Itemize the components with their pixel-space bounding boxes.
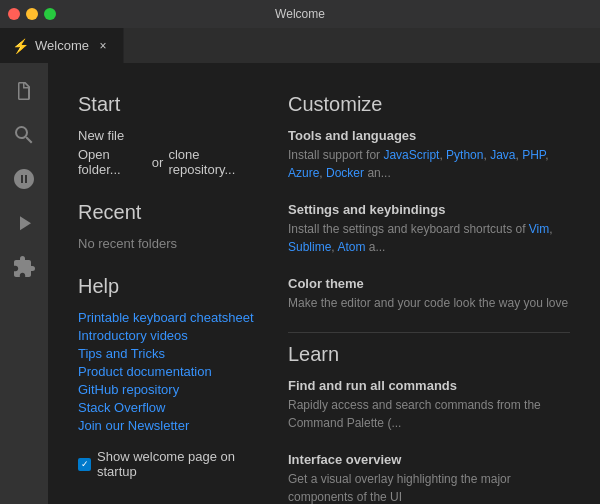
content-area: Start New file Open folder... or clone r… [48,63,600,504]
open-folder-row: Open folder... or clone repository... [78,147,258,177]
new-file-link[interactable]: New file [78,128,124,143]
no-recent: No recent folders [78,236,258,251]
activity-item-git[interactable] [4,159,44,199]
right-panel: Customize Tools and languages Install su… [288,93,570,484]
welcome-tab[interactable]: ⚡ Welcome × [0,28,124,63]
java-link[interactable]: Java [490,148,515,162]
tab-close-button[interactable]: × [95,38,111,54]
recent-title: Recent [78,201,258,224]
start-section: Start New file Open folder... or clone r… [78,93,258,177]
learn-item-1: Interface overview Get a visual overlay … [288,452,570,504]
customize-item-title-2: Color theme [288,276,570,291]
learn-item-desc-1: Get a visual overlay highlighting the ma… [288,470,570,504]
activity-item-explorer[interactable] [4,71,44,111]
customize-item-desc-2: Make the editor and your code look the w… [288,294,570,312]
customize-item-0: Tools and languages Install support for … [288,128,570,182]
vscode-icon: ⚡ [12,38,29,54]
startup-checkbox-row[interactable]: Show welcome page on startup [78,449,258,479]
help-link-4[interactable]: GitHub repository [78,382,258,397]
customize-item-1: Settings and keybindings Install the set… [288,202,570,256]
customize-title: Customize [288,93,570,116]
main-layout: Start New file Open folder... or clone r… [0,63,600,504]
learn-item-desc-0: Rapidly access and search commands from … [288,396,570,432]
js-link[interactable]: JavaScript [383,148,439,162]
customize-item-title-0: Tools and languages [288,128,570,143]
activity-item-search[interactable] [4,115,44,155]
help-link-2[interactable]: Tips and Tricks [78,346,258,361]
customize-item-2: Color theme Make the editor and your cod… [288,276,570,312]
learn-item-title-1: Interface overview [288,452,570,467]
help-title: Help [78,275,258,298]
customize-section: Customize Tools and languages Install su… [288,93,570,312]
activity-bar [0,63,48,504]
help-link-3[interactable]: Product documentation [78,364,258,379]
customize-item-title-1: Settings and keybindings [288,202,570,217]
clone-repo-link[interactable]: clone repository... [168,147,258,177]
help-link-6[interactable]: Join our Newsletter [78,418,258,433]
startup-checkbox-label: Show welcome page on startup [97,449,258,479]
sublime-link[interactable]: Sublime [288,240,331,254]
learn-section: Learn Find and run all commands Rapidly … [288,343,570,504]
atom-link[interactable]: Atom [337,240,365,254]
close-button[interactable] [8,8,20,20]
help-section: Help Printable keyboard cheatsheet Intro… [78,275,258,433]
activity-item-extensions[interactable] [4,247,44,287]
minimize-button[interactable] [26,8,38,20]
learn-item-0: Find and run all commands Rapidly access… [288,378,570,432]
maximize-button[interactable] [44,8,56,20]
vim-link[interactable]: Vim [529,222,549,236]
traffic-lights [8,8,56,20]
recent-section: Recent No recent folders [78,201,258,251]
help-link-5[interactable]: Stack Overflow [78,400,258,415]
tab-bar: ⚡ Welcome × [0,28,600,63]
azure-link[interactable]: Azure [288,166,319,180]
help-link-0[interactable]: Printable keyboard cheatsheet [78,310,258,325]
learn-title: Learn [288,343,570,366]
left-panel: Start New file Open folder... or clone r… [78,93,258,484]
startup-checkbox[interactable] [78,458,91,471]
new-file-row: New file [78,128,258,143]
help-link-1[interactable]: Introductory videos [78,328,258,343]
start-title: Start [78,93,258,116]
customize-item-desc-1: Install the settings and keyboard shortc… [288,220,570,256]
customize-item-desc-0: Install support for JavaScript, Python, … [288,146,570,182]
learn-item-title-0: Find and run all commands [288,378,570,393]
window-title: Welcome [275,7,325,21]
python-link[interactable]: Python [446,148,483,162]
section-divider [288,332,570,333]
docker-link[interactable]: Docker [326,166,364,180]
or-text: or [152,155,164,170]
title-bar: Welcome [0,0,600,28]
php-link[interactable]: PHP [522,148,545,162]
tab-label: Welcome [35,38,89,53]
activity-item-debug[interactable] [4,203,44,243]
open-folder-link[interactable]: Open folder... [78,147,147,177]
